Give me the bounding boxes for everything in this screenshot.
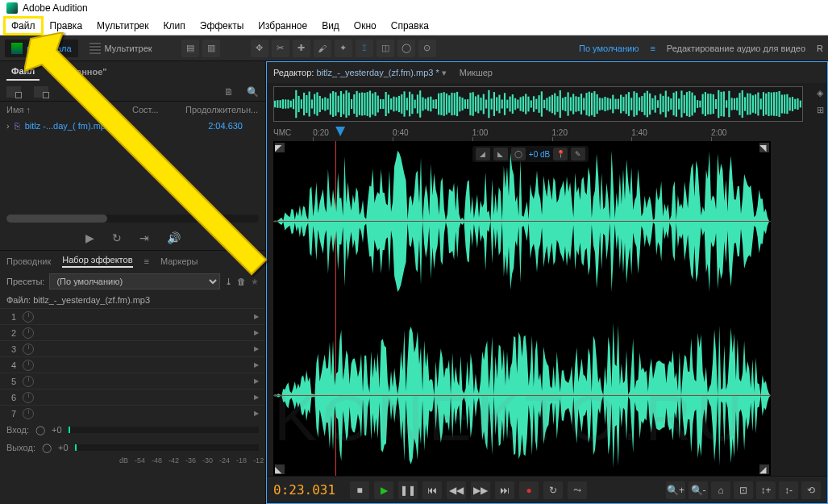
tab-waveform[interactable]: ип сигнала bbox=[5, 40, 78, 57]
waveform-display[interactable]: ◤ ◥ ◣ ◢ ◢ ◣ ◯ +0 dB 📍 ✎ dB -∞ L dB -∞ R bbox=[273, 141, 771, 476]
zoom-out-icon[interactable]: 🔍- bbox=[689, 481, 708, 499]
menu-help[interactable]: Справка bbox=[385, 18, 435, 34]
search-icon[interactable]: 🔍 bbox=[247, 86, 259, 98]
tool-spot-icon[interactable]: ⊙ bbox=[418, 40, 436, 57]
chevron-right-icon[interactable]: ▶ bbox=[254, 394, 259, 401]
files-tab[interactable]: Файл bbox=[6, 63, 40, 81]
pause-button[interactable]: ❚❚ bbox=[398, 481, 418, 499]
menu-favorites[interactable]: Избранное bbox=[252, 18, 314, 34]
tool-stamp-icon[interactable]: ✦ bbox=[335, 40, 352, 57]
fx-slot[interactable]: 1▶ bbox=[0, 308, 265, 324]
tool-brush-icon[interactable]: 🖌 bbox=[314, 40, 331, 57]
more-tabs-icon[interactable]: » bbox=[254, 256, 259, 266]
files-play-icon[interactable]: ▶ bbox=[85, 231, 94, 244]
tool-lasso-icon[interactable]: ◯ bbox=[397, 40, 415, 57]
mixer-tab[interactable]: Микшер bbox=[460, 68, 493, 77]
timecode[interactable]: 0:23.031 bbox=[273, 482, 335, 498]
power-icon[interactable] bbox=[23, 360, 34, 371]
fx-slot[interactable]: 6▶ bbox=[0, 389, 265, 405]
expand-icon[interactable]: › bbox=[6, 121, 10, 131]
tool-marquee-icon[interactable]: ◫ bbox=[377, 40, 394, 57]
prev-button[interactable]: ⏮ bbox=[422, 481, 442, 499]
skip-button[interactable]: ⤳ bbox=[568, 481, 587, 499]
menu-effects[interactable]: Эффекты bbox=[193, 18, 251, 34]
import-icon[interactable]: 🗎 bbox=[224, 86, 234, 98]
explorer-tab[interactable]: Проводник bbox=[6, 256, 51, 266]
tool-heal-icon[interactable]: ✚ bbox=[293, 40, 310, 57]
menu-file[interactable]: Файл bbox=[5, 18, 42, 34]
workspace-menu-icon[interactable]: ≡ bbox=[650, 44, 655, 53]
power-icon[interactable] bbox=[23, 327, 34, 339]
effects-rack-menu-icon[interactable]: ≡ bbox=[144, 256, 149, 266]
zoom-out-v-icon[interactable]: ↕- bbox=[779, 481, 798, 499]
zoom-in-icon[interactable]: 🔍+ bbox=[666, 481, 685, 499]
zoom-sel-icon[interactable]: ⊡ bbox=[734, 481, 753, 499]
rewind-button[interactable]: ◀◀ bbox=[447, 481, 466, 499]
tool-razor-icon[interactable]: ✂ bbox=[272, 40, 289, 57]
preset-favorite-icon[interactable]: ★ bbox=[251, 277, 259, 287]
record-button[interactable]: ● bbox=[519, 481, 539, 499]
zoom-in-v-icon[interactable]: ↕+ bbox=[756, 481, 776, 499]
editor-tab[interactable]: Редактор: bitlz_-_yesterday_(zf.fm).mp3 … bbox=[273, 68, 447, 78]
tool-time-select-icon[interactable]: 𝙸 bbox=[356, 40, 373, 57]
menu-clip[interactable]: Клип bbox=[157, 18, 192, 34]
col-status[interactable]: Сост... bbox=[132, 105, 181, 115]
playhead-marker-icon[interactable] bbox=[335, 127, 345, 136]
chevron-right-icon[interactable]: ▶ bbox=[254, 313, 259, 320]
chevron-right-icon[interactable]: ▶ bbox=[254, 410, 259, 417]
workspace-default[interactable]: По умолчанию bbox=[579, 44, 639, 53]
next-button[interactable]: ⏭ bbox=[495, 481, 514, 499]
fx-slot[interactable]: 2▶ bbox=[0, 324, 265, 340]
overview-opt1-icon[interactable]: ◈ bbox=[817, 88, 824, 98]
power-icon[interactable] bbox=[23, 311, 34, 323]
menu-view[interactable]: Вид bbox=[315, 18, 346, 34]
chevron-right-icon[interactable]: ▶ bbox=[254, 377, 259, 385]
tool-spectral-icon[interactable]: ▤ bbox=[181, 40, 199, 57]
tool-move-icon[interactable]: ✥ bbox=[251, 40, 268, 57]
time-ruler[interactable]: ЧМС 0:200:401:001:201:402:00 bbox=[273, 127, 771, 141]
effects-rack-tab[interactable]: Набор эффектов bbox=[62, 255, 132, 268]
presets-select[interactable]: (По умолчанию) bbox=[49, 273, 220, 289]
menu-edit[interactable]: Правка bbox=[44, 18, 89, 34]
col-name[interactable]: Имя ↑ bbox=[6, 105, 127, 115]
zoom-reset-icon[interactable]: ⟲ bbox=[801, 481, 821, 499]
col-duration[interactable]: Продолжительн... bbox=[185, 105, 258, 115]
favorites-tab[interactable]: Избранное bbox=[46, 64, 111, 80]
files-insert-icon[interactable]: ⇥ bbox=[139, 231, 149, 244]
input-knob-icon[interactable]: ◯ bbox=[35, 425, 45, 435]
fx-slot[interactable]: 7▶ bbox=[0, 405, 265, 421]
markers-tab[interactable]: Маркеры bbox=[160, 256, 198, 266]
chevron-right-icon[interactable]: ▶ bbox=[254, 345, 259, 352]
output-knob-icon[interactable]: ◯ bbox=[42, 443, 52, 453]
workspace-edit-audio-video[interactable]: Редактирование аудио для видео bbox=[667, 44, 805, 53]
power-icon[interactable] bbox=[23, 392, 34, 403]
chevron-right-icon[interactable]: ▶ bbox=[254, 329, 259, 336]
tool-pitch-icon[interactable]: ▥ bbox=[202, 40, 220, 57]
menu-window[interactable]: Окно bbox=[347, 18, 383, 34]
file-row[interactable]: › ⎘ bitlz -...day_( fm).mp3 * 2:04.630 bbox=[0, 118, 265, 134]
file-scrollbar[interactable] bbox=[6, 215, 259, 223]
overview-waveform[interactable] bbox=[273, 86, 803, 122]
open-file-icon[interactable] bbox=[6, 86, 21, 98]
stop-button[interactable]: ■ bbox=[350, 481, 369, 499]
loop-button[interactable]: ↻ bbox=[543, 481, 563, 499]
fx-slot[interactable]: 5▶ bbox=[0, 373, 265, 389]
fx-slot[interactable]: 3▶ bbox=[0, 340, 265, 356]
power-icon[interactable] bbox=[23, 376, 34, 387]
menu-multitrack[interactable]: Мультитрек bbox=[90, 18, 155, 34]
fx-slot[interactable]: 4▶ bbox=[0, 356, 265, 373]
tab-multitrack[interactable]: Мультитрек bbox=[83, 40, 159, 57]
new-file-icon[interactable] bbox=[34, 86, 48, 98]
preset-delete-icon[interactable]: 🗑 bbox=[237, 277, 246, 286]
chevron-right-icon[interactable]: ▶ bbox=[254, 361, 259, 369]
power-icon[interactable] bbox=[23, 408, 34, 419]
overview-opt2-icon[interactable]: ⊞ bbox=[817, 105, 824, 115]
files-loop-icon[interactable]: ↻ bbox=[112, 231, 122, 244]
files-autoplay-icon[interactable]: 🔊 bbox=[167, 231, 181, 244]
play-button[interactable]: ▶ bbox=[374, 481, 393, 499]
workspace-r[interactable]: R bbox=[817, 44, 823, 53]
zoom-full-icon[interactable]: ⌂ bbox=[711, 481, 730, 499]
power-icon[interactable] bbox=[23, 344, 34, 355]
preset-save-icon[interactable]: ⤓ bbox=[225, 277, 232, 287]
forward-button[interactable]: ▶▶ bbox=[471, 481, 490, 499]
